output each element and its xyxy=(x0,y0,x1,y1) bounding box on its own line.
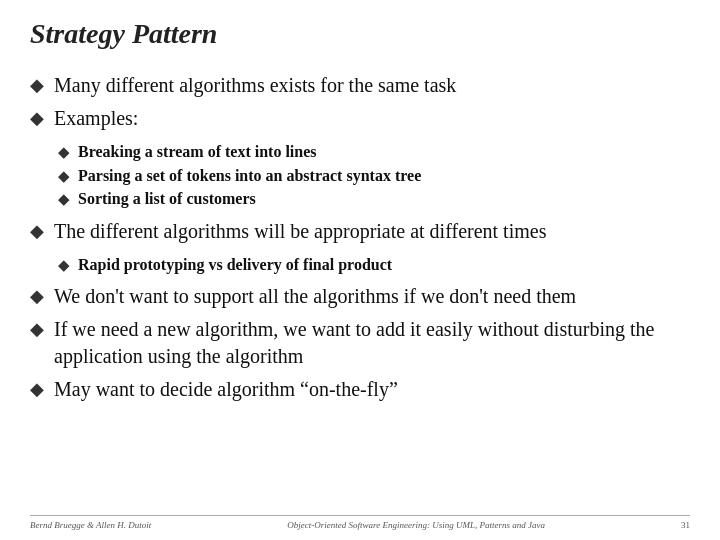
bullet-text: May want to decide algorithm “on-the-fly… xyxy=(54,376,398,403)
page-title: Strategy Pattern xyxy=(30,18,690,54)
sub-bullet-text: Rapid prototyping vs delivery of final p… xyxy=(78,254,392,276)
sub-bullet-text: Sorting a list of customers xyxy=(78,188,256,210)
bullet-icon: ◆ xyxy=(30,285,44,307)
bullet-text: If we need a new algorithm, we want to a… xyxy=(54,316,690,370)
footer-page-number: 31 xyxy=(681,520,690,530)
sub-bullet-icon: ◆ xyxy=(58,167,70,185)
main-content: ◆ Many different algorithms exists for t… xyxy=(30,72,690,409)
list-item: ◆ We don't want to support all the algor… xyxy=(30,283,690,310)
bullet-icon: ◆ xyxy=(30,107,44,129)
footer-center-text: Object-Oriented Software Engineering: Us… xyxy=(151,520,681,530)
bullet-text: Many different algorithms exists for the… xyxy=(54,72,456,99)
list-item: ◆ Rapid prototyping vs delivery of final… xyxy=(58,254,690,276)
sub-bullet-text: Parsing a set of tokens into an abstract… xyxy=(78,165,421,187)
bullet-icon: ◆ xyxy=(30,318,44,340)
list-item: ◆ Sorting a list of customers xyxy=(58,188,690,210)
list-item: ◆ Breaking a stream of text into lines xyxy=(58,141,690,163)
list-item: ◆ Parsing a set of tokens into an abstra… xyxy=(58,165,690,187)
sub-bullet-icon: ◆ xyxy=(58,190,70,208)
sub-bullet-list: ◆ Rapid prototyping vs delivery of final… xyxy=(58,254,690,278)
bullet-icon: ◆ xyxy=(30,74,44,96)
bullet-text: The different algorithms will be appropr… xyxy=(54,218,546,245)
sub-bullet-text: Breaking a stream of text into lines xyxy=(78,141,317,163)
bullet-text: We don't want to support all the algorit… xyxy=(54,283,576,310)
list-item: ◆ If we need a new algorithm, we want to… xyxy=(30,316,690,370)
footer-left-text: Bernd Bruegge & Allen H. Dutoit xyxy=(30,520,151,530)
list-item: ◆ Examples: xyxy=(30,105,690,132)
bullet-icon: ◆ xyxy=(30,378,44,400)
sub-bullet-icon: ◆ xyxy=(58,143,70,161)
bullet-icon: ◆ xyxy=(30,220,44,242)
page: Strategy Pattern ◆ Many different algori… xyxy=(0,0,720,540)
footer: Bernd Bruegge & Allen H. Dutoit Object-O… xyxy=(30,515,690,530)
list-item: ◆ The different algorithms will be appro… xyxy=(30,218,690,245)
bullet-text: Examples: xyxy=(54,105,138,132)
list-item: ◆ May want to decide algorithm “on-the-f… xyxy=(30,376,690,403)
list-item: ◆ Many different algorithms exists for t… xyxy=(30,72,690,99)
sub-bullet-list: ◆ Breaking a stream of text into lines ◆… xyxy=(58,141,690,212)
sub-bullet-icon: ◆ xyxy=(58,256,70,274)
